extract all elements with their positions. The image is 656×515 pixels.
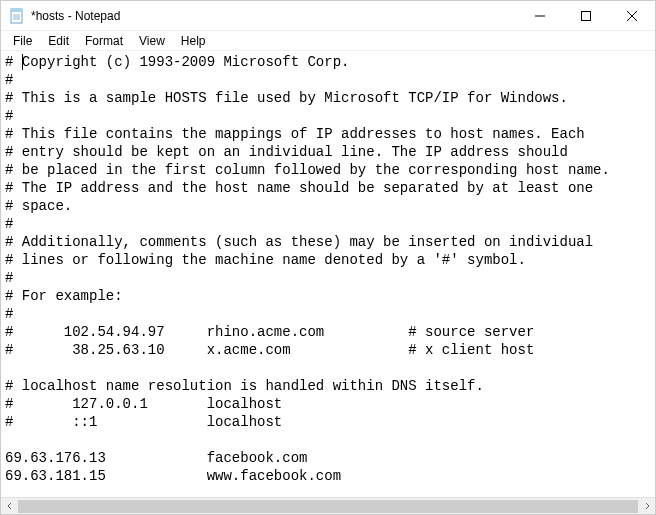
text-line: # 127.0.0.1 localhost: [5, 395, 651, 413]
titlebar[interactable]: *hosts - Notepad: [1, 1, 655, 31]
notepad-icon: [9, 8, 25, 24]
text-line: # 38.25.63.10 x.acme.com # x client host: [5, 341, 651, 359]
text-line: # ::1 localhost: [5, 413, 651, 431]
text-line: # localhost name resolution is handled w…: [5, 377, 651, 395]
text-line: # Additionally, comments (such as these)…: [5, 233, 651, 251]
text-line: #: [5, 305, 651, 323]
text-line: #: [5, 71, 651, 89]
text-line: #: [5, 269, 651, 287]
text-line: # This file contains the mappings of IP …: [5, 125, 651, 143]
menu-edit[interactable]: Edit: [40, 32, 77, 50]
scroll-thumb[interactable]: [18, 500, 638, 513]
menubar: File Edit Format View Help: [1, 31, 655, 51]
text-line: 69.63.176.13 facebook.com: [5, 449, 651, 467]
text-line: # entry should be kept on an individual …: [5, 143, 651, 161]
maximize-button[interactable]: [563, 1, 609, 31]
minimize-button[interactable]: [517, 1, 563, 31]
text-editor[interactable]: # Copyright (c) 1993-2009 Microsoft Corp…: [1, 51, 655, 497]
menu-format[interactable]: Format: [77, 32, 131, 50]
text-line: # be placed in the first column followed…: [5, 161, 651, 179]
text-line: #: [5, 215, 651, 233]
window-title: *hosts - Notepad: [31, 9, 120, 23]
text-line: [5, 359, 651, 377]
close-button[interactable]: [609, 1, 655, 31]
scroll-track[interactable]: [18, 498, 638, 515]
text-line: # Copyright (c) 1993-2009 Microsoft Corp…: [5, 53, 651, 71]
menu-file[interactable]: File: [5, 32, 40, 50]
scroll-left-arrow-icon[interactable]: [1, 498, 18, 515]
text-line: # 102.54.94.97 rhino.acme.com # source s…: [5, 323, 651, 341]
text-line: #: [5, 107, 651, 125]
horizontal-scrollbar[interactable]: [1, 497, 655, 514]
text-line: # lines or following the machine name de…: [5, 251, 651, 269]
text-caret: [22, 54, 23, 70]
svg-rect-1: [11, 9, 22, 12]
text-line: 69.63.181.15 www.facebook.com: [5, 467, 651, 485]
text-line: [5, 431, 651, 449]
svg-rect-6: [582, 11, 591, 20]
text-line: # For example:: [5, 287, 651, 305]
scroll-right-arrow-icon[interactable]: [638, 498, 655, 515]
text-line: # This is a sample HOSTS file used by Mi…: [5, 89, 651, 107]
menu-view[interactable]: View: [131, 32, 173, 50]
menu-help[interactable]: Help: [173, 32, 214, 50]
text-line: # The IP address and the host name shoul…: [5, 179, 651, 197]
text-line: # space.: [5, 197, 651, 215]
